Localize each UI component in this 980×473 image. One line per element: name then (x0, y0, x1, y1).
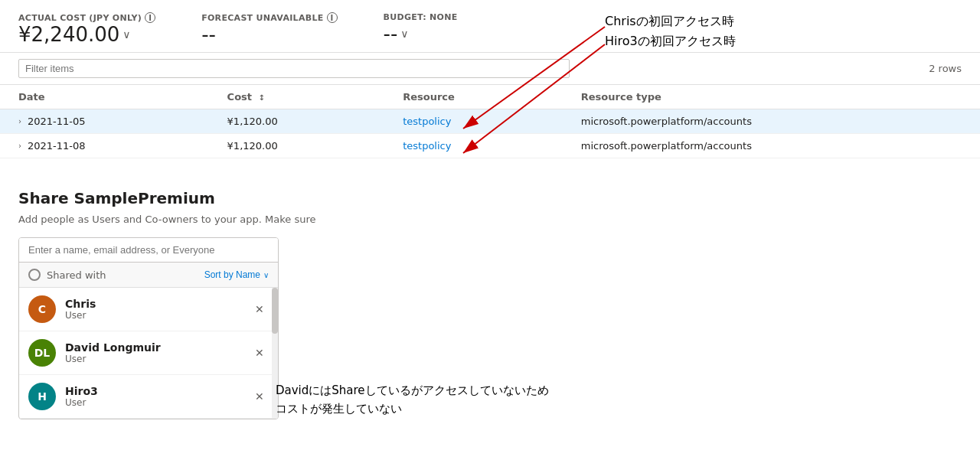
actual-cost-metric: ACTUAL COST (JPY ONLY) i ¥2,240.00 ∨ (18, 12, 155, 46)
col-header-date[interactable]: Date (0, 85, 209, 109)
cell-resource-0: testpolicy (384, 109, 563, 134)
date-value-0: 2021-11-05 (28, 116, 86, 127)
budget-label: BUDGET: NONE (384, 12, 458, 22)
list-item: C Chris User ✕ (19, 288, 278, 331)
actual-cost-value: ¥2,240.00 (18, 23, 119, 46)
budget-value: -- (384, 22, 398, 45)
rows-count-label: 2 rows (929, 63, 962, 74)
row-expand-icon-0[interactable]: › (18, 117, 21, 126)
remove-user-button-2[interactable]: ✕ (250, 387, 269, 406)
remove-user-button-1[interactable]: ✕ (250, 344, 269, 362)
resource-link-1[interactable]: testpolicy (403, 140, 451, 152)
user-list: C Chris User ✕ DL David Longmuir User ✕ … (19, 288, 278, 419)
budget-metric: BUDGET: NONE -- ∨ (384, 12, 458, 45)
list-item: DL David Longmuir User ✕ (19, 331, 278, 375)
col-header-resource[interactable]: Resource (384, 85, 563, 109)
cell-resource-type-1: microsoft.powerplatform/accounts (563, 134, 980, 158)
forecast-info-icon[interactable]: i (327, 12, 338, 23)
avatar-2: H (28, 383, 56, 410)
sort-button[interactable]: Sort by Name ∨ (204, 269, 269, 280)
user-name-0: Chris (65, 298, 241, 310)
col-header-resource-type[interactable]: Resource type (563, 85, 980, 109)
shared-with-radio[interactable] (28, 269, 41, 281)
chris-annotation-label: Chrisの初回アクセス時 (605, 14, 734, 30)
row-expand-icon-1[interactable]: › (18, 142, 21, 150)
user-info-2: Hiro3 User (65, 385, 241, 408)
cell-resource-type-0: microsoft.powerplatform/accounts (563, 109, 980, 134)
share-title: Share SamplePremium (18, 189, 962, 207)
forecast-label: FORECAST UNAVAILABLE (201, 13, 323, 23)
share-description: Add people as Users and Co-owners to you… (18, 214, 962, 225)
avatar-1: DL (28, 339, 56, 367)
cell-cost-1: ¥1,120.00 (209, 134, 385, 158)
cost-table: Date Cost ↕ Resource Resource type › 202… (0, 85, 980, 158)
sort-chevron-icon: ∨ (263, 271, 269, 279)
table-row[interactable]: › 2021-11-05 ¥1,120.00 testpolicy micros… (0, 109, 980, 134)
share-list-header: Shared with Sort by Name ∨ (19, 263, 278, 288)
metrics-bar: ACTUAL COST (JPY ONLY) i ¥2,240.00 ∨ FOR… (0, 0, 980, 53)
user-name-2: Hiro3 (65, 385, 241, 397)
cell-cost-0: ¥1,120.00 (209, 109, 385, 134)
user-name-1: David Longmuir (65, 341, 241, 354)
user-role-2: User (65, 397, 241, 408)
filter-input[interactable] (18, 59, 570, 78)
sort-label: Sort by Name (204, 269, 260, 280)
table-header-row: Date Cost ↕ Resource Resource type (0, 85, 980, 109)
actual-cost-label: ACTUAL COST (JPY ONLY) (18, 13, 142, 23)
forecast-metric: FORECAST UNAVAILABLE i -- (201, 12, 337, 46)
list-item: H Hiro3 User ✕ (19, 375, 278, 419)
cell-resource-1: testpolicy (384, 134, 563, 158)
col-header-cost[interactable]: Cost ↕ (209, 85, 385, 109)
scrollbar-thumb[interactable] (272, 288, 278, 334)
shared-with-label: Shared with (47, 269, 106, 281)
actual-cost-info-icon[interactable]: i (145, 12, 155, 23)
avatar-0: C (28, 295, 56, 323)
david-annotation-label: DavidにはShareしているがアクセスしていないためコストが発生していない (276, 381, 549, 418)
cost-sort-icon[interactable]: ↕ (259, 93, 265, 102)
share-list-container: Shared with Sort by Name ∨ C Chris User … (18, 237, 279, 419)
remove-user-button-0[interactable]: ✕ (250, 300, 269, 318)
forecast-value: -- (201, 23, 216, 46)
resource-link-0[interactable]: testpolicy (403, 116, 451, 127)
actual-cost-chevron[interactable]: ∨ (122, 28, 130, 41)
cell-date-1: › 2021-11-08 (0, 134, 209, 158)
filter-bar: 2 rows (0, 53, 980, 85)
user-role-1: User (65, 354, 241, 364)
hiro-annotation-label: Hiro3の初回アクセス時 (605, 34, 736, 50)
user-info-0: Chris User (65, 298, 241, 321)
share-search-input[interactable] (19, 238, 278, 263)
budget-chevron[interactable]: ∨ (400, 28, 408, 40)
table-row[interactable]: › 2021-11-08 ¥1,120.00 testpolicy micros… (0, 134, 980, 158)
cell-date-0: › 2021-11-05 (0, 109, 209, 134)
user-info-1: David Longmuir User (65, 341, 241, 364)
user-role-0: User (65, 310, 241, 321)
share-list-wrapper: C Chris User ✕ DL David Longmuir User ✕ … (19, 288, 278, 419)
date-value-1: 2021-11-08 (28, 140, 86, 152)
